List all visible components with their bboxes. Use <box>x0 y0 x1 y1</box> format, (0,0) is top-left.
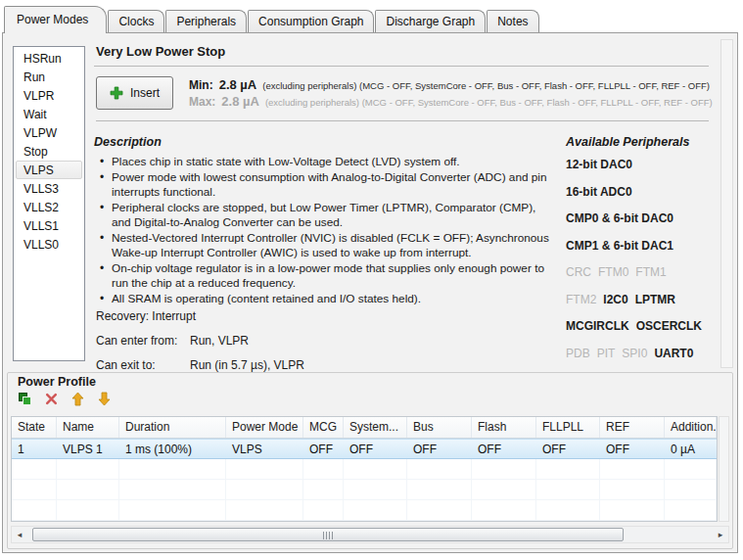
list-item-vlls0[interactable]: VLLS0 <box>16 235 82 254</box>
tab-bar: Power ModesClocksPeripheralsConsumption … <box>4 4 540 32</box>
list-item-vlls1[interactable]: VLLS1 <box>16 216 82 235</box>
column-header-power-mode[interactable]: Power Mode <box>226 417 303 438</box>
column-header-name[interactable]: Name <box>57 417 119 438</box>
column-header-mcg[interactable]: MCG <box>303 417 344 438</box>
table-cell-empty <box>407 480 472 499</box>
table-row[interactable]: 1VLPS 11 ms (100%)VLPSOFFOFFOFFOFFOFFOFF… <box>12 439 717 459</box>
table-cell-empty <box>226 500 303 520</box>
table-cell-empty <box>665 459 717 479</box>
scroll-left-arrow-icon[interactable]: ◂ <box>12 527 27 542</box>
content-scrollbar-track[interactable] <box>720 39 733 368</box>
max-detail: (excluding peripherals) (MCG - OFF, Syst… <box>265 97 713 108</box>
column-header-fllpll[interactable]: FLLPLL <box>536 417 600 438</box>
table-cell-empty <box>600 459 665 479</box>
table-cell-empty <box>344 459 407 479</box>
peripheral-oscerclk: OSCERCLK <box>636 319 702 333</box>
description-bullet: Peripheral clocks are stopped, but Low P… <box>100 201 552 230</box>
peripheral-cmp0-6-bit-dac0: CMP0 & 6-bit DAC0 <box>566 211 673 225</box>
table-cell-empty <box>119 500 226 520</box>
duplicate-state-icon[interactable] <box>17 391 32 406</box>
description-bullet: Power mode with lowest consumption with … <box>100 170 552 200</box>
insert-button-label: Insert <box>130 86 160 100</box>
table-cell-empty <box>600 500 665 520</box>
peripheral-crc: CRC <box>566 265 591 279</box>
list-item-vlps[interactable]: VLPS <box>16 161 82 179</box>
tab-notes[interactable]: Notes <box>487 10 538 32</box>
column-header-state[interactable]: State <box>12 417 57 438</box>
move-down-icon[interactable] <box>96 391 112 406</box>
list-item-stop[interactable]: Stop <box>16 142 82 161</box>
exit-to-value: Run (in 5.7 µs), VLPR <box>190 358 304 372</box>
list-item-vlpr[interactable]: VLPR <box>16 86 82 105</box>
description-bullet: Nested-Vectored Interrupt Controller (NV… <box>100 231 552 260</box>
description-bullet: On-chip voltage regulator is in a low-po… <box>100 261 552 291</box>
insert-button[interactable]: Insert <box>96 76 173 110</box>
description-bullet: All SRAM is operating (content retained … <box>100 292 552 306</box>
enter-from-label: Can enter from: <box>96 334 190 348</box>
horizontal-scrollbar-thumb[interactable] <box>32 528 624 541</box>
column-header-ref[interactable]: REF <box>600 417 665 438</box>
list-item-vlpw[interactable]: VLPW <box>16 123 82 142</box>
column-header-system[interactable]: System... <box>344 417 407 438</box>
move-up-icon[interactable] <box>70 391 85 406</box>
enter-from-value: Run, VLPR <box>190 334 249 348</box>
column-header-bus[interactable]: Bus <box>407 417 472 438</box>
scroll-right-arrow-icon[interactable]: ▸ <box>713 527 728 542</box>
table-cell-empty <box>665 500 717 520</box>
tab-consumption-graph[interactable]: Consumption Graph <box>248 10 374 32</box>
description-columns: Description Places chip in static state … <box>94 131 709 397</box>
table-cell: 1 ms (100%) <box>119 440 226 458</box>
table-cell-empty <box>472 500 536 520</box>
table-cell-empty <box>407 500 472 520</box>
table-cell-empty <box>472 480 536 499</box>
mode-detail: Very Low Power Stop Insert Min: 2.8 µA (… <box>94 41 709 397</box>
profile-table-body: 1VLPS 11 ms (100%)VLPSOFFOFFOFFOFFOFFOFF… <box>12 439 717 521</box>
min-value: 2.8 µA <box>219 77 257 92</box>
power-profile-title: Power Profile <box>18 375 96 389</box>
table-row-empty <box>12 459 717 480</box>
table-cell-empty <box>226 459 303 479</box>
column-header-addition[interactable]: Addition... <box>665 417 717 438</box>
minmax-values: Min: 2.8 µA (excluding peripherals) (MCG… <box>189 75 713 111</box>
list-item-vlls2[interactable]: VLLS2 <box>16 198 82 216</box>
table-cell-empty <box>57 500 119 520</box>
description-section: Description Places chip in static state … <box>94 131 562 397</box>
peripheral-pdb: PDB <box>566 347 590 360</box>
profile-table: StateNameDurationPower ModeMCGSystem...B… <box>11 416 718 522</box>
table-row-empty <box>12 500 717 521</box>
table-cell-empty <box>344 500 407 520</box>
table-cell-empty <box>12 480 57 499</box>
tab-power-modes[interactable]: Power Modes <box>4 6 107 33</box>
min-label: Min: <box>189 78 213 92</box>
peripheral-row: CMP1 & 6-bit DAC1 <box>566 236 709 254</box>
peripheral-row: CRCFTM0FTM1 <box>566 262 709 280</box>
list-item-vlls3[interactable]: VLLS3 <box>16 179 82 198</box>
table-cell: OFF <box>600 440 665 458</box>
description-bullets: Places chip in static state with Low-Vol… <box>100 155 552 306</box>
peripherals-section: Available Peripherals 12-bit DAC016-bit … <box>562 131 709 397</box>
table-cell-empty <box>303 500 344 520</box>
delete-state-icon[interactable] <box>43 391 59 406</box>
table-cell-empty <box>536 459 600 479</box>
peripheral-16-bit-adc0: 16-bit ADC0 <box>566 185 632 199</box>
minmax-section: Insert Min: 2.8 µA (excluding peripheral… <box>96 75 709 121</box>
tab-peripherals[interactable]: Peripherals <box>165 10 247 32</box>
peripheral-row: CMP0 & 6-bit DAC0 <box>566 209 709 226</box>
tab-discharge-graph[interactable]: Discharge Graph <box>375 10 486 32</box>
max-label: Max: <box>189 95 215 109</box>
column-header-duration[interactable]: Duration <box>119 417 226 438</box>
table-cell-empty <box>303 459 344 479</box>
peripheral-uart0: UART0 <box>654 347 693 360</box>
table-cell: OFF <box>536 440 600 458</box>
list-item-hsrun[interactable]: HSRun <box>16 49 82 68</box>
table-cell-empty <box>119 480 226 499</box>
table-horizontal-scrollbar: ◂ ▸ <box>11 526 729 543</box>
plus-icon <box>110 86 123 100</box>
list-item-wait[interactable]: Wait <box>16 105 82 123</box>
table-vertical-scrollbar[interactable] <box>719 416 729 522</box>
tab-clocks[interactable]: Clocks <box>108 10 164 32</box>
peripheral-spi0: SPI0 <box>622 347 647 360</box>
column-header-flash[interactable]: Flash <box>472 417 536 438</box>
list-item-run[interactable]: Run <box>16 68 82 86</box>
table-cell: 1 <box>12 440 57 458</box>
